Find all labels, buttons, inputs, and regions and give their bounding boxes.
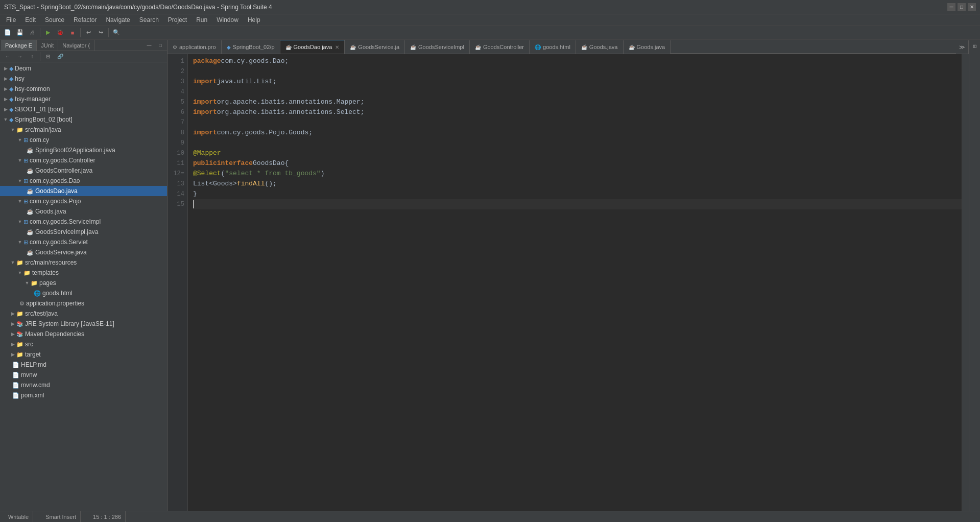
tree-item-mvnw-cmd[interactable]: 📄 mvnw.cmd [0,380,167,390]
java-icon: ☕ [27,208,34,215]
tab-goodsserviceimpl[interactable]: ☕ GoodsServiceImpl [405,40,470,54]
tree-item-goods-html[interactable]: 🌐 goods.html [0,288,167,298]
tree-arrow: ▼ [9,127,16,132]
tab-goods-java2[interactable]: ☕ Goods.java [624,40,671,54]
tree-item-maven-deps[interactable]: ▶ 📚 Maven Dependencies [0,329,167,339]
tree-item-com-cy-serviceimpl[interactable]: ▼ ⊞ com.cy.goods.ServiceImpl [0,217,167,227]
close-button[interactable]: ✕ [968,3,976,11]
tree-arrow: ▼ [9,260,16,265]
tree-item-deom[interactable]: ▶ ◆ Deom [0,63,167,74]
tree-item-com-cy-pojo[interactable]: ▼ ⊞ com.cy.goods.Pojo [0,196,167,206]
tree-item-goodsdao[interactable]: ☕ GoodsDao.java [0,186,167,196]
tree-arrow: ▶ [9,331,16,337]
code-line-5: import org.apache.ibatis.annotations.Map… [193,97,962,107]
left-panel-minimize[interactable]: — [144,40,155,51]
tree-item-jre-lib[interactable]: ▶ 📚 JRE System Library [JavaSE-11] [0,319,167,329]
tree-item-sboot01[interactable]: ▶ ◆ SBOOT_01 [boot] [0,104,167,114]
tree-item-templates[interactable]: ▼ 📁 templates [0,268,167,278]
tree-link[interactable]: 🔗 [55,51,66,62]
tree-item-target[interactable]: ▶ 📁 target [0,349,167,360]
line-num-6: 6 [168,107,184,117]
toolbar-new[interactable]: 📄 [2,27,13,38]
tab-springboot02p[interactable]: ◆ SpringBoot_02/p [222,40,280,54]
tree-item-springboot02[interactable]: ▼ ◆ SpringBoot_02 [boot] [0,114,167,125]
right-btn-1[interactable]: ⊟ [969,41,981,52]
tree-item-hsy-manager[interactable]: ▶ ◆ hsy-manager [0,94,167,104]
right-side-toolbar: ⊟ [969,40,980,511]
status-insert-mode: Smart Insert [41,511,81,523]
menu-window[interactable]: Window [212,15,243,25]
tab-goods-html[interactable]: 🌐 goods.html [530,40,576,54]
line-num-13: 13 [168,179,184,189]
tree-collapse[interactable]: ⊟ [42,51,54,62]
menu-project[interactable]: Project [164,15,191,25]
tree-forward[interactable]: → [14,51,26,62]
menu-run[interactable]: Run [192,15,211,25]
code-editor[interactable]: package com.cy.goods.Dao; import java.ut… [188,54,962,511]
tab-overflow[interactable]: ≫ [956,40,969,54]
tree-item-mvnw[interactable]: 📄 mvnw [0,370,167,380]
menu-refactor[interactable]: Refactor [69,15,101,25]
tab-navigator[interactable]: Navigator ( [58,40,94,51]
props-icon: ⚙ [19,300,25,307]
tree-item-src[interactable]: ▶ 📁 src [0,339,167,349]
line-num-7: 7 [168,117,184,128]
tree-arrow: ▶ [2,107,9,112]
tab-goodsservice[interactable]: ☕ GoodsService.ja [345,40,405,54]
menu-search[interactable]: Search [135,15,163,25]
toolbar-undo[interactable]: ↩ [83,27,94,38]
code-line-2 [193,66,962,77]
toolbar-search[interactable]: 🔍 [111,27,122,38]
tree-item-springboot02app[interactable]: ☕ SpringBoot02Application.java [0,145,167,155]
tab-close-goodsdao[interactable]: ✕ [335,44,339,50]
tree-up[interactable]: ↑ [27,51,38,62]
toolbar-redo[interactable]: ↪ [95,27,106,38]
tree-item-goodscontroller[interactable]: ☕ GoodsController.java [0,165,167,176]
tree-item-application-props[interactable]: ⚙ application.properties [0,298,167,309]
line-num-12: 12= [168,169,184,179]
tree-item-com-cy[interactable]: ▼ ⊞ com.cy [0,135,167,145]
tree-item-goodsservice-java[interactable]: ☕ GoodsService.java [0,247,167,257]
tree-item-com-cy-dao[interactable]: ▼ ⊞ com.cy.goods.Dao [0,176,167,186]
tab-package-explorer[interactable]: Package E [1,40,37,51]
window-controls: ─ □ ✕ [947,3,976,11]
maximize-button[interactable]: □ [958,3,966,11]
tree-item-hsy[interactable]: ▶ ◆ hsy [0,74,167,84]
toolbar-print[interactable]: 🖨 [27,27,38,38]
tree-item-help-md[interactable]: 📄 HELP.md [0,360,167,370]
menu-source[interactable]: Source [41,15,68,25]
tree-item-goodsserviceimpl[interactable]: ☕ GoodsServiceImpl.java [0,227,167,237]
line-num-1: 1 [168,56,184,66]
tab-goods-java[interactable]: ☕ Goods.java [576,40,624,54]
toolbar-run[interactable]: ▶ [42,27,54,38]
right-scrollbar[interactable] [962,54,969,511]
tree-item-hsy-common[interactable]: ▶ ◆ hsy-common [0,84,167,94]
menu-edit[interactable]: Edit [21,15,40,25]
tree-item-com-cy-controller[interactable]: ▼ ⊞ com.cy.goods.Controller [0,155,167,165]
tree-item-com-cy-servlet[interactable]: ▼ ⊞ com.cy.goods.Servlet [0,237,167,247]
tab-goodsdao[interactable]: ☕ GoodsDao.java ✕ [280,40,345,54]
toolbar-save[interactable]: 💾 [14,27,26,38]
tree-arrow: ▼ [2,117,9,122]
toolbar-stop[interactable]: ■ [67,27,78,38]
menu-file[interactable]: File [2,15,20,25]
tab-goodscontroller[interactable]: ☕ GoodsController [470,40,530,54]
menu-navigate[interactable]: Navigate [102,15,134,25]
left-panel-maximize[interactable]: □ [155,40,166,51]
tree-item-src-main-java[interactable]: ▼ 📁 src/main/java [0,125,167,135]
tree-item-pom-xml[interactable]: 📄 pom.xml [0,390,167,400]
tree-item-goods-java[interactable]: ☕ Goods.java [0,206,167,217]
tree-item-pages[interactable]: ▼ 📁 pages [0,278,167,288]
tab-junit[interactable]: JUnit [37,40,58,51]
project-icon: ◆ [9,65,13,72]
package-icon: ⊞ [23,198,28,205]
line-numbers: 1 2 3 4 5 6 7 8 9 10 11 12= 13 14 15 [168,54,188,511]
tree-item-src-main-resources[interactable]: ▼ 📁 src/main/resources [0,257,167,268]
tree-back[interactable]: ← [2,51,13,62]
toolbar-debug[interactable]: 🐞 [55,27,66,38]
tree-item-src-test-java[interactable]: ▶ 📁 src/test/java [0,309,167,319]
left-panel-tabs: Package E JUnit Navigator ( — □ [0,40,167,51]
menu-help[interactable]: Help [244,15,265,25]
minimize-button[interactable]: ─ [947,3,955,11]
tab-application-pro[interactable]: ⚙ application.pro [168,40,222,54]
